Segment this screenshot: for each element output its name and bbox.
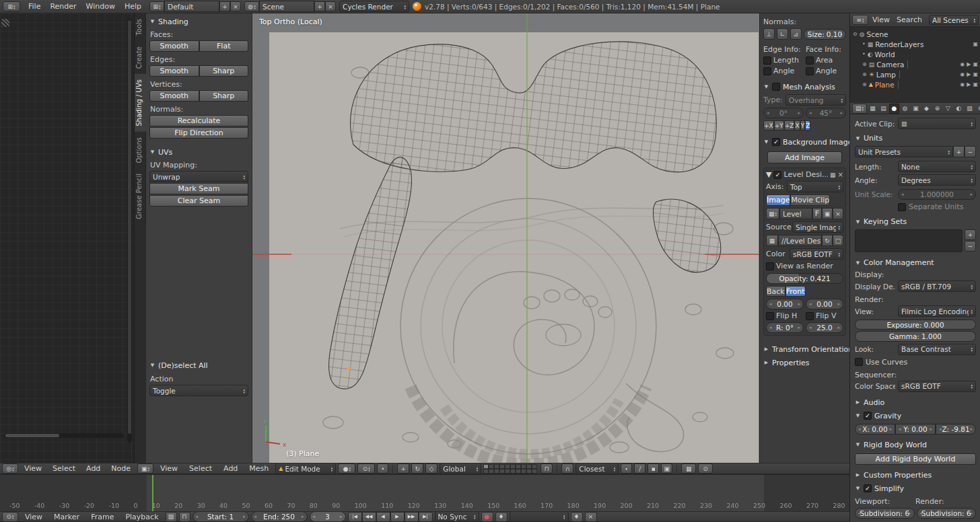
panel-gravity[interactable]: Gravity — [855, 411, 976, 421]
layer-cell[interactable] — [516, 464, 521, 469]
visibility-eye-icon[interactable]: ◉ — [960, 71, 965, 77]
timeline-ruler[interactable]: -50-40-30-20-100102030405060708090100110… — [0, 474, 849, 511]
pivot-point-button[interactable]: ⊙ — [357, 463, 375, 474]
size-stepper[interactable]: 25.0 — [806, 322, 843, 333]
expand-icon[interactable]: ⊕ — [862, 71, 867, 77]
filepath-field[interactable]: //Level Des... — [778, 235, 822, 246]
timeline-editor-type-button[interactable]: ⊙ — [2, 512, 18, 522]
area-corner-widget[interactable] — [1, 19, 9, 27]
image-source-dropdown[interactable]: Single Image — [792, 221, 843, 233]
lock-time-toggle[interactable]: ⊓ — [179, 512, 190, 522]
face-angle-checkbox[interactable]: Angle — [806, 67, 846, 75]
layer-cell[interactable] — [510, 464, 516, 469]
menu-window[interactable]: Window — [81, 2, 120, 11]
faces-flat-button[interactable]: Flat — [199, 40, 249, 52]
panel-custom-properties[interactable]: Custom Properties — [855, 470, 976, 480]
tab-grease-pencil[interactable]: Grease Pencil — [135, 168, 146, 225]
vertex-normals-toggle[interactable]: ⊥ — [763, 28, 775, 40]
add-image-button[interactable]: Add Image — [767, 151, 842, 163]
visibility-eye-icon[interactable]: ◉ — [960, 81, 965, 87]
axis-pos-z-button[interactable]: +Z — [784, 120, 795, 130]
editor-type-selector[interactable]: ⊞ — [3, 1, 20, 11]
axis-x-button[interactable]: X — [794, 120, 800, 130]
reload-image-button[interactable]: ↻ — [822, 235, 833, 246]
pivot-align-toggle[interactable]: • — [377, 463, 388, 474]
tab-texture-icon[interactable]: ▨ — [965, 104, 975, 114]
look-dropdown[interactable]: Base Contrast — [898, 344, 976, 355]
play-button[interactable]: ▶ — [390, 512, 405, 522]
view3d-menu-select[interactable]: Select — [184, 464, 217, 473]
gravity-checkbox[interactable] — [864, 412, 872, 420]
layer-cell[interactable] — [494, 464, 499, 469]
unwrap-menu[interactable]: Unwrap — [149, 171, 248, 182]
display-device-dropdown[interactable]: sRGB / BT.709 — [898, 281, 976, 292]
gravity-z-stepper[interactable]: Z: -9.81 — [936, 424, 976, 435]
scrollbar-thumb[interactable] — [5, 434, 59, 437]
toggle-action-menu[interactable]: Toggle — [149, 385, 248, 396]
layer-cell[interactable] — [521, 464, 526, 469]
active-clip-dropdown[interactable]: ▥ — [898, 118, 976, 129]
view-as-render-checkbox[interactable]: View as Render — [766, 262, 843, 270]
keying-mode-button[interactable]: ♦ — [495, 512, 508, 522]
node-menu-add[interactable]: Add — [81, 464, 105, 473]
face-select-button[interactable]: ▪ — [648, 463, 659, 474]
selected-vertex[interactable] — [347, 367, 350, 370]
layer-cell[interactable] — [521, 469, 526, 474]
source-image-toggle[interactable]: Image — [766, 194, 790, 206]
use-curves-checkbox[interactable]: Use Curves — [855, 358, 976, 367]
tab-constraints-icon[interactable]: ◆ — [921, 104, 932, 114]
tab-tools[interactable]: Tools — [135, 13, 146, 41]
jump-to-start-button[interactable]: |◀ — [348, 512, 362, 522]
tab-render-layers-icon[interactable]: ▤ — [878, 104, 888, 114]
node-editor-type-button[interactable]: ◎ — [2, 463, 18, 474]
unit-preset-remove-button[interactable]: − — [965, 146, 976, 157]
background-images-checkbox[interactable] — [772, 138, 780, 146]
layer-cell[interactable] — [526, 469, 532, 474]
layer-cell[interactable] — [505, 464, 510, 469]
faces-smooth-button[interactable]: Smooth — [149, 40, 199, 52]
tab-create[interactable]: Create — [135, 41, 146, 74]
length-dropdown[interactable]: None — [898, 161, 976, 172]
panel-rigid-body-world[interactable]: Rigid Body World — [855, 440, 976, 450]
image-unlink-button[interactable]: × — [833, 208, 843, 219]
viewport-3d[interactable]: y x Top Ortho (Local) (3) Plane — [252, 13, 761, 463]
edges-sharp-button[interactable]: Sharp — [199, 65, 249, 77]
panel-uvs[interactable]: UVs — [149, 147, 248, 157]
axis-pos-y-button[interactable]: +Y — [774, 120, 784, 130]
add-rigid-body-world-button[interactable]: Add Rigid Body World — [855, 453, 976, 465]
normals-size-stepper[interactable]: Size:0.10 — [804, 29, 846, 40]
layer-cell[interactable] — [505, 469, 510, 474]
mode-dropdown[interactable]: ▲Edit Mode — [275, 463, 336, 474]
node-menu-node[interactable]: Node — [106, 464, 135, 473]
panel-deselect-all[interactable]: (De)select All — [149, 360, 248, 371]
panel-shading[interactable]: Shading — [149, 16, 248, 27]
lock-to-scene-button[interactable]: ⊓ — [540, 463, 553, 474]
unit-presets-dropdown[interactable]: Unit Presets — [855, 146, 953, 157]
frame-end-stepper[interactable]: End: 250 — [251, 511, 308, 522]
unit-preset-add-button[interactable]: + — [953, 146, 965, 157]
edge-select-button[interactable]: ∕ — [634, 463, 645, 474]
edges-smooth-button[interactable]: Smooth — [149, 65, 199, 77]
layer-cell[interactable] — [494, 469, 499, 474]
layer-cell[interactable] — [483, 464, 489, 469]
mesh-analysis-checkbox[interactable] — [772, 83, 780, 91]
tab-render-icon[interactable]: ▦ — [868, 104, 878, 114]
gravity-x-stepper[interactable]: X: 0.00 — [855, 424, 895, 435]
axis-dropdown[interactable]: Top — [787, 181, 843, 192]
tab-data-icon[interactable]: ▽ — [943, 104, 953, 114]
panel-transform-orientations[interactable]: Transform Orientations — [763, 344, 846, 355]
viewport-shading-button[interactable]: ● — [338, 463, 355, 474]
outliner-item-scene[interactable]: ⊖ ◍ Scene — [853, 29, 978, 39]
flip-vertical-checkbox[interactable]: Flip V — [806, 311, 843, 320]
render-toggle-icon[interactable]: ▣ — [973, 41, 978, 47]
tab-particles-icon[interactable]: ⊛ — [975, 104, 980, 114]
layout-name-field[interactable]: Default — [164, 1, 219, 12]
outliner-menu-search[interactable]: Search — [894, 15, 925, 24]
entry-expand-icon[interactable] — [766, 170, 771, 179]
outliner-display-mode-dropdown[interactable]: All Scenes — [929, 15, 979, 25]
sync-dropdown[interactable]: No Sync — [435, 511, 479, 522]
jump-prev-keyframe-button[interactable]: ◀◀ — [362, 512, 376, 522]
angle-dropdown[interactable]: Degrees — [898, 174, 976, 186]
panel-properties[interactable]: Properties — [763, 357, 846, 368]
renderable-icon[interactable]: ▣ — [973, 61, 978, 67]
